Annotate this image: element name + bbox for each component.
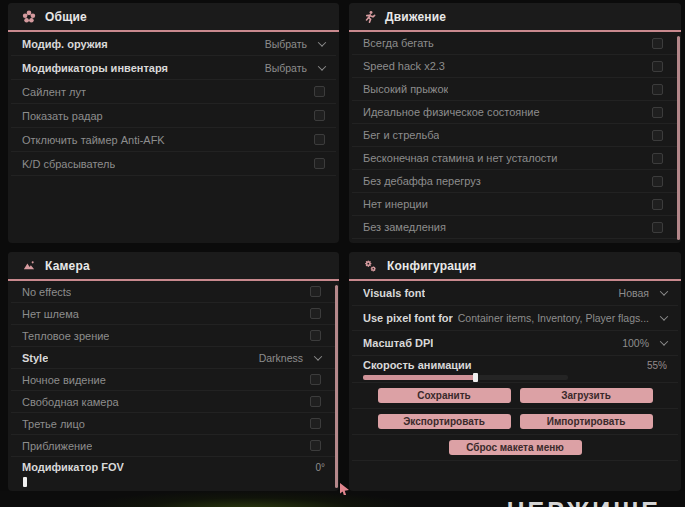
panel-camera-header[interactable]: Камера	[8, 252, 339, 281]
option-row-free-camera[interactable]: Свободная камера	[11, 391, 336, 413]
chevron-down-icon	[660, 337, 668, 345]
option-label: Высокий прыжок	[363, 83, 448, 95]
option-label: Без дебаффа перегруз	[363, 175, 481, 187]
option-row-run-and-shoot[interactable]: Бег и стрельба	[352, 124, 678, 147]
option-row-speed-hack[interactable]: Speed hack x2.3	[352, 55, 678, 78]
checkbox[interactable]	[652, 107, 663, 118]
checkbox[interactable]	[314, 110, 325, 121]
option-row-third-person[interactable]: Третье лицо	[11, 413, 336, 435]
panel-title: Общие	[45, 10, 87, 24]
checkbox[interactable]	[652, 222, 663, 233]
checkbox[interactable]	[652, 153, 663, 164]
option-row-no-overload-debuff[interactable]: Без дебаффа перегруз	[352, 170, 678, 193]
setting-row-style: Style Darkness	[11, 347, 336, 369]
style-dropdown[interactable]: Darkness	[259, 352, 321, 364]
save-button[interactable]: Сохранить	[378, 388, 511, 403]
checkbox[interactable]	[310, 418, 321, 429]
image-icon	[22, 259, 36, 272]
checkbox[interactable]	[652, 130, 663, 141]
option-row-zoom[interactable]: Приближение	[11, 435, 336, 457]
option-label: Бег и стрельба	[363, 129, 439, 141]
dropdown-value: Darkness	[259, 352, 303, 364]
checkbox[interactable]	[310, 440, 321, 451]
animation-speed-row: Скорость анимации 55%	[352, 356, 678, 383]
setting-label: Style	[22, 352, 48, 364]
checkbox[interactable]	[652, 84, 663, 95]
option-label: Приближение	[22, 440, 92, 452]
animation-speed-slider[interactable]	[363, 375, 568, 380]
flower-icon	[22, 10, 36, 24]
option-row-silent-loot[interactable]: Сайлент лут	[11, 80, 336, 104]
panel-movement-header[interactable]: Движение	[349, 3, 681, 32]
runner-icon	[363, 10, 376, 24]
option-label: Третье лицо	[22, 418, 85, 430]
option-label: Speed hack x2.3	[363, 60, 445, 72]
checkbox[interactable]	[314, 134, 325, 145]
inventory-mods-dropdown[interactable]: Выбрать	[265, 62, 325, 74]
option-label: Показать радар	[22, 110, 103, 122]
checkbox[interactable]	[652, 199, 663, 210]
option-row-anti-afk[interactable]: Отключить таймер Anti-AFK	[11, 128, 336, 152]
watermark-text: ЧЕРЖИШЕ	[507, 497, 661, 507]
panel-general-header[interactable]: Общие	[8, 3, 339, 32]
dpi-scale-dropdown[interactable]: 100%	[622, 337, 667, 349]
panel-config-header[interactable]: Конфигурация	[349, 252, 681, 281]
panel-title: Движение	[385, 10, 446, 24]
panel-camera: Камера No effects Нет шлема Тепловое зре…	[8, 252, 339, 491]
setting-row-visuals-font: Visuals font Новая	[352, 281, 678, 306]
checkbox[interactable]	[652, 61, 663, 72]
setting-label: Масштаб DPI	[363, 337, 433, 349]
visuals-font-dropdown[interactable]: Новая	[619, 287, 667, 299]
checkbox[interactable]	[310, 396, 321, 407]
option-label: No effects	[22, 286, 71, 298]
dropdown-value: Container items, Inventory, Player flags…	[458, 312, 649, 324]
option-row-thermal-vision[interactable]: Тепловое зрение	[11, 325, 336, 347]
option-row-infinite-stamina[interactable]: Бесконечная стамина и нет усталости	[352, 147, 678, 170]
pixel-font-dropdown[interactable]: Container items, Inventory, Player flags…	[458, 312, 667, 324]
weapon-mod-dropdown[interactable]: Выбрать	[265, 38, 325, 50]
reset-menu-layout-button[interactable]: Сброс макета меню	[449, 440, 582, 455]
movement-scrollbar[interactable]	[677, 36, 680, 240]
checkbox[interactable]	[652, 176, 663, 187]
checkbox[interactable]	[314, 86, 325, 97]
fov-slider-handle[interactable]	[23, 477, 27, 487]
button-row-export-import: Экспортировать Импортировать	[352, 409, 678, 435]
fov-label: Модификатор FOV	[22, 461, 124, 473]
export-button[interactable]: Экспортировать	[378, 414, 511, 429]
option-label: Сайлент лут	[22, 86, 86, 98]
option-row-no-helmet[interactable]: Нет шлема	[11, 303, 336, 325]
import-button[interactable]: Импортировать	[520, 414, 653, 429]
mod-menu-screen: Общие Модиф. оружия Выбрать Модификаторы…	[0, 0, 685, 507]
option-row-no-inertia[interactable]: Нет инерции	[352, 193, 678, 216]
panel-title: Конфигурация	[387, 259, 476, 273]
option-row-high-jump[interactable]: Высокий прыжок	[352, 78, 678, 101]
option-row-night-vision[interactable]: Ночное видение	[11, 369, 336, 391]
slider-handle[interactable]	[473, 373, 478, 382]
checkbox[interactable]	[652, 38, 663, 49]
option-row-no-slowdown[interactable]: Без замедления	[352, 216, 678, 239]
camera-scrollbar[interactable]	[335, 285, 338, 488]
load-button[interactable]: Загрузить	[520, 388, 653, 403]
option-row-no-effects[interactable]: No effects	[11, 281, 336, 303]
option-row-always-run[interactable]: Всегда бегать	[352, 32, 678, 55]
button-row-reset: Сброс макета меню	[352, 435, 678, 461]
option-label: K/D сбрасыватель	[22, 158, 115, 170]
setting-label: Use pixel font for	[363, 312, 453, 324]
checkbox[interactable]	[310, 308, 321, 319]
chevron-down-icon	[660, 287, 668, 295]
chevron-down-icon	[660, 312, 668, 320]
option-row-show-radar[interactable]: Показать радар	[11, 104, 336, 128]
checkbox[interactable]	[310, 286, 321, 297]
option-label: Отключить таймер Anti-AFK	[22, 134, 165, 146]
option-row-perfect-condition[interactable]: Идеальное физическое состояние	[352, 101, 678, 124]
setting-row-pixel-font: Use pixel font for Container items, Inve…	[352, 306, 678, 331]
checkbox[interactable]	[310, 330, 321, 341]
option-label: Тепловое зрение	[22, 330, 109, 342]
option-row-kd-reset[interactable]: K/D сбрасыватель	[11, 152, 336, 176]
panel-movement: Движение Всегда бегать Speed hack x2.3 В…	[349, 3, 681, 243]
option-label: Без замедления	[363, 221, 446, 233]
checkbox[interactable]	[314, 158, 325, 169]
setting-row-dpi-scale: Масштаб DPI 100%	[352, 331, 678, 356]
setting-row-weapon-mod: Модиф. оружия Выбрать	[11, 32, 336, 56]
checkbox[interactable]	[310, 374, 321, 385]
